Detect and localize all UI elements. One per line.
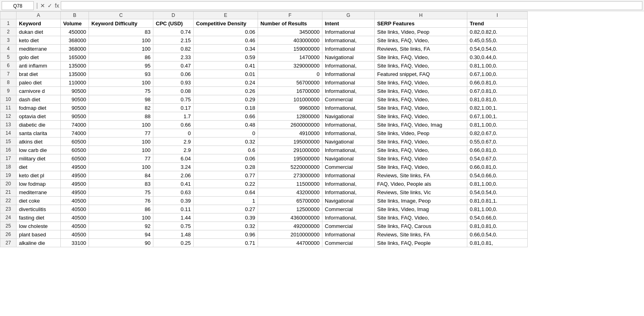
cell-r12-c3[interactable]: 88 — [89, 112, 153, 121]
cell-r5-c1[interactable]: golo diet — [17, 53, 61, 62]
cell-r16-c6[interactable]: 291000000 — [258, 146, 322, 154]
cell-r15-c8[interactable]: Site links, FAQ, Video, — [375, 137, 467, 146]
cell-r26-c1[interactable]: plant based — [17, 230, 61, 239]
cell-r11-c9[interactable]: 0.82,1.00,1. — [467, 104, 528, 112]
cell-r15-c3[interactable]: 100 — [89, 137, 153, 146]
cell-r6-c1[interactable]: anti inflamm — [17, 62, 61, 70]
cell-r6-c2[interactable]: 135000 — [61, 62, 89, 70]
cell-r3-c3[interactable]: 100 — [89, 36, 153, 45]
cell-r21-c1[interactable]: mediterrane — [17, 188, 61, 197]
cell-r4-c2[interactable]: 368000 — [61, 45, 89, 53]
cell-r8-c5[interactable]: 0.24 — [194, 78, 258, 87]
cell-r24-c4[interactable]: 1.44 — [153, 213, 194, 222]
cell-r13-c5[interactable]: 0.48 — [194, 121, 258, 129]
cell-r8-c8[interactable]: Site links, FAQ, Video, — [375, 78, 467, 87]
cell-r7-c7[interactable]: Informational — [322, 70, 375, 78]
cell-r24-c5[interactable]: 0.39 — [194, 213, 258, 222]
cell-r26-c6[interactable]: 2010000000 — [258, 230, 322, 239]
cell-r26-c3[interactable]: 94 — [89, 230, 153, 239]
cell-r23-c2[interactable]: 40500 — [61, 205, 89, 213]
cell-r2-c8[interactable]: Site links, Video, Peop — [375, 28, 467, 36]
cell-r13-c4[interactable]: 0.66 — [153, 121, 194, 129]
cell-r18-c8[interactable]: Site links, FAQ, Video, — [375, 163, 467, 171]
cell-r15-c7[interactable]: Navigational — [322, 137, 375, 146]
cell-r20-c5[interactable]: 0.22 — [194, 180, 258, 188]
cell-r12-c5[interactable]: 0.66 — [194, 112, 258, 121]
cell-r11-c7[interactable]: Informational, — [322, 104, 375, 112]
cell-r27-c8[interactable]: Site links, FAQ, People — [375, 239, 467, 247]
cell-r20-c6[interactable]: 11500000 — [258, 180, 322, 188]
cell-r23-c9[interactable]: 0.81,1.00,0. — [467, 205, 528, 213]
cell-r2-c2[interactable]: 450000 — [61, 28, 89, 36]
cell-r18-c9[interactable]: 0.66,0.81,0. — [467, 163, 528, 171]
cell-r27-c6[interactable]: 44700000 — [258, 239, 322, 247]
col-header-E[interactable]: E — [194, 12, 258, 19]
col-header-B[interactable]: B — [61, 12, 89, 19]
cell-r10-c8[interactable]: Site links, FAQ, Video, — [375, 95, 467, 104]
cell-r9-c4[interactable]: 0.08 — [153, 87, 194, 95]
cell-r3-c9[interactable]: 0.45,0.55,0. — [467, 36, 528, 45]
cell-r16-c5[interactable]: 0.6 — [194, 146, 258, 154]
col-header-H[interactable]: H — [375, 12, 467, 19]
cell-r12-c7[interactable]: Navigational — [322, 112, 375, 121]
cell-r14-c1[interactable]: santa clarita — [17, 129, 61, 137]
cell-r12-c8[interactable]: Site links, FAQ, Video, — [375, 112, 467, 121]
cell-r27-c3[interactable]: 90 — [89, 239, 153, 247]
cell-r19-c3[interactable]: 84 — [89, 171, 153, 180]
cell-r9-c8[interactable]: Site links, FAQ, Video, — [375, 87, 467, 95]
cell-r16-c7[interactable]: Informational, — [322, 146, 375, 154]
cell-r19-c8[interactable]: Reviews, Site links, FA — [375, 171, 467, 180]
cell-r17-c1[interactable]: military diet — [17, 154, 61, 163]
cell-r3-c1[interactable]: keto diet — [17, 36, 61, 45]
cell-r20-c1[interactable]: low fodmap — [17, 180, 61, 188]
cell-r23-c7[interactable]: Commercial — [322, 205, 375, 213]
cell-r5-c2[interactable]: 165000 — [61, 53, 89, 62]
cell-r1-c2[interactable]: Volume — [61, 19, 89, 28]
cell-r27-c4[interactable]: 0.25 — [153, 239, 194, 247]
cell-r11-c8[interactable]: Site links, FAQ, Video, — [375, 104, 467, 112]
cell-r24-c1[interactable]: fasting diet — [17, 213, 61, 222]
cell-r1-c5[interactable]: Competitive Density — [194, 19, 258, 28]
col-header-C[interactable]: C — [89, 12, 153, 19]
cell-r5-c6[interactable]: 1470000 — [258, 53, 322, 62]
cell-r11-c4[interactable]: 0.17 — [153, 104, 194, 112]
cell-r22-c7[interactable]: Navigational — [322, 197, 375, 205]
cell-r6-c9[interactable]: 0.81,1.00,0. — [467, 62, 528, 70]
cell-r3-c6[interactable]: 403000000 — [258, 36, 322, 45]
cell-r10-c9[interactable]: 0.81,0.81,0. — [467, 95, 528, 104]
cell-r3-c7[interactable]: Informational, — [322, 36, 375, 45]
cell-r17-c6[interactable]: 195000000 — [258, 154, 322, 163]
cell-r19-c2[interactable]: 49500 — [61, 171, 89, 180]
cell-r17-c9[interactable]: 0.54,0.67,0. — [467, 154, 528, 163]
cell-r10-c3[interactable]: 98 — [89, 95, 153, 104]
cell-r11-c5[interactable]: 0.18 — [194, 104, 258, 112]
cell-r15-c9[interactable]: 0.55,0.67,0. — [467, 137, 528, 146]
cell-r12-c2[interactable]: 90500 — [61, 112, 89, 121]
cell-r14-c4[interactable]: 0 — [153, 129, 194, 137]
cell-r15-c6[interactable]: 195000000 — [258, 137, 322, 146]
cell-r1-c9[interactable]: Trend — [467, 19, 528, 28]
cell-r9-c3[interactable]: 75 — [89, 87, 153, 95]
cell-r22-c8[interactable]: Site links, Image, Peop — [375, 197, 467, 205]
cell-r18-c6[interactable]: 5220000000 — [258, 163, 322, 171]
cell-r1-c7[interactable]: Intent — [322, 19, 375, 28]
cell-r23-c3[interactable]: 86 — [89, 205, 153, 213]
cell-r22-c1[interactable]: diet coke — [17, 197, 61, 205]
cell-r12-c6[interactable]: 12800000 — [258, 112, 322, 121]
cell-r8-c4[interactable]: 0.93 — [153, 78, 194, 87]
cell-r1-c8[interactable]: SERP Features — [375, 19, 467, 28]
cell-r10-c2[interactable]: 90500 — [61, 95, 89, 104]
cell-r4-c1[interactable]: mediterrane — [17, 45, 61, 53]
col-header-F[interactable]: F — [258, 12, 322, 19]
cell-r6-c4[interactable]: 0.47 — [153, 62, 194, 70]
cell-r19-c5[interactable]: 0.77 — [194, 171, 258, 180]
cell-r11-c6[interactable]: 9960000 — [258, 104, 322, 112]
cell-r23-c6[interactable]: 12500000 — [258, 205, 322, 213]
cell-r13-c2[interactable]: 74000 — [61, 121, 89, 129]
cell-r26-c2[interactable]: 40500 — [61, 230, 89, 239]
cell-r13-c6[interactable]: 2600000000 — [258, 121, 322, 129]
cell-r7-c5[interactable]: 0.01 — [194, 70, 258, 78]
cell-r10-c5[interactable]: 0.29 — [194, 95, 258, 104]
cell-r1-c6[interactable]: Number of Results — [258, 19, 322, 28]
cell-r26-c5[interactable]: 0.96 — [194, 230, 258, 239]
